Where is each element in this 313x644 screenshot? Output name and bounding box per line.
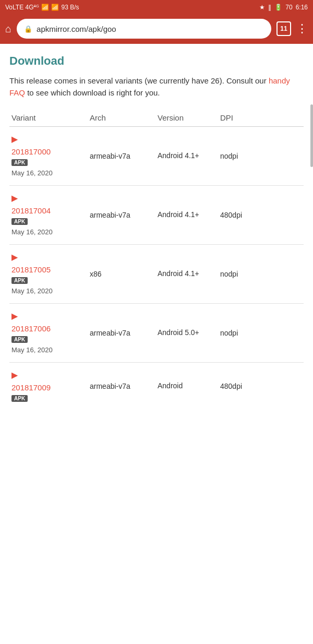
- bookmark-icon: ▶: [11, 370, 90, 380]
- time-display: 6:16: [296, 4, 308, 11]
- variant-number[interactable]: 201817004: [11, 206, 90, 215]
- intro-text: This release comes in several variants (…: [9, 75, 304, 99]
- intro-text-part2: to see which download is right for you.: [25, 88, 160, 97]
- browser-chrome: ⌂ 🔒 apkmirror.com/apk/goo 11 ⋮: [0, 15, 313, 44]
- arch-text: armeabi-v7a: [90, 152, 158, 160]
- col-arch: Arch: [90, 113, 158, 122]
- table-row: ▶ 201817006 APK May 16, 2020 armeabi-v7a…: [9, 304, 304, 363]
- variant-date: May 16, 2020: [11, 228, 90, 237]
- status-bar: VoLTE 4G⁴ᴳ 📶 📶 93 B/s ★ ‖ 🔋 70 6:16: [0, 0, 313, 15]
- battery-level: 70: [285, 4, 292, 11]
- dpi-text: 480dpi: [220, 382, 262, 390]
- arch-text: armeabi-v7a: [90, 211, 158, 219]
- variant-date: May 16, 2020: [11, 287, 90, 296]
- variant-info: ▶ 201817006 APK May 16, 2020: [11, 311, 90, 355]
- menu-button[interactable]: ⋮: [296, 22, 308, 35]
- variant-date: May 16, 2020: [11, 169, 90, 178]
- col-dpi: DPI: [220, 113, 262, 122]
- version-text: Android 4.1+: [158, 210, 220, 220]
- dpi-text: nodpi: [220, 329, 262, 337]
- version-text: Android 4.1+: [158, 269, 220, 279]
- table-row: ▶ 201817009 APK armeabi-v7a Android 480d…: [9, 363, 304, 403]
- col-variant: Variant: [11, 113, 90, 122]
- battery-icon: 🔋: [274, 4, 282, 11]
- arch-text: armeabi-v7a: [90, 382, 158, 390]
- bookmark-icon: ▶: [11, 193, 90, 203]
- page-content: Download This release comes in several v…: [0, 44, 313, 403]
- variant-number[interactable]: 201817009: [11, 383, 90, 392]
- col-version: Version: [158, 113, 220, 122]
- variant-info: ▶ 201817000 APK May 16, 2020: [11, 134, 90, 178]
- version-text: Android 5.0+: [158, 328, 220, 338]
- table-row: ▶ 201817005 APK May 16, 2020 x86 Android…: [9, 245, 304, 304]
- variant-info: ▶ 201817005 APK May 16, 2020: [11, 252, 90, 296]
- lock-icon: 🔒: [24, 25, 32, 33]
- bookmark-icon: ▶: [11, 311, 90, 321]
- carrier-text: VoLTE 4G⁴ᴳ: [5, 4, 39, 11]
- apk-badge: APK: [11, 336, 28, 343]
- variant-number[interactable]: 201817006: [11, 324, 90, 333]
- data-speed: 93 B/s: [61, 4, 79, 11]
- dpi-text: 480dpi: [220, 211, 262, 219]
- bluetooth-icon: ★: [259, 4, 265, 11]
- vibrate-icon: ‖: [268, 4, 271, 11]
- tabs-button[interactable]: 11: [276, 21, 291, 36]
- bookmark-icon: ▶: [11, 252, 90, 262]
- variant-number[interactable]: 201817000: [11, 147, 90, 156]
- download-heading: Download: [9, 54, 304, 68]
- variant-info: ▶ 201817009 APK: [11, 370, 90, 403]
- table-header: Variant Arch Version DPI: [9, 109, 304, 127]
- intro-text-part1: This release comes in several variants (…: [9, 76, 269, 85]
- signal-bars: 📶: [41, 4, 49, 11]
- scrollbar[interactable]: [310, 104, 313, 167]
- apk-badge: APK: [11, 159, 28, 166]
- arch-text: x86: [90, 270, 158, 278]
- status-bar-left: VoLTE 4G⁴ᴳ 📶 📶 93 B/s: [5, 4, 79, 11]
- variant-info: ▶ 201817004 APK May 16, 2020: [11, 193, 90, 237]
- bookmark-icon: ▶: [11, 134, 90, 144]
- url-text: apkmirror.com/apk/goo: [37, 25, 116, 33]
- variant-date: May 16, 2020: [11, 346, 90, 355]
- dpi-text: nodpi: [220, 270, 262, 278]
- status-bar-right: ★ ‖ 🔋 70 6:16: [259, 4, 308, 11]
- address-bar[interactable]: 🔒 apkmirror.com/apk/goo: [17, 19, 271, 39]
- version-text: Android: [158, 381, 220, 391]
- wifi-icon: 📶: [51, 4, 59, 11]
- arch-text: armeabi-v7a: [90, 329, 158, 337]
- version-text: Android 4.1+: [158, 151, 220, 161]
- table-row: ▶ 201817000 APK May 16, 2020 armeabi-v7a…: [9, 127, 304, 186]
- table-row: ▶ 201817004 APK May 16, 2020 armeabi-v7a…: [9, 186, 304, 245]
- apk-badge: APK: [11, 277, 28, 284]
- apk-badge: APK: [11, 395, 28, 402]
- home-button[interactable]: ⌂: [5, 23, 11, 35]
- apk-badge: APK: [11, 218, 28, 225]
- dpi-text: nodpi: [220, 152, 262, 160]
- variant-number[interactable]: 201817005: [11, 265, 90, 274]
